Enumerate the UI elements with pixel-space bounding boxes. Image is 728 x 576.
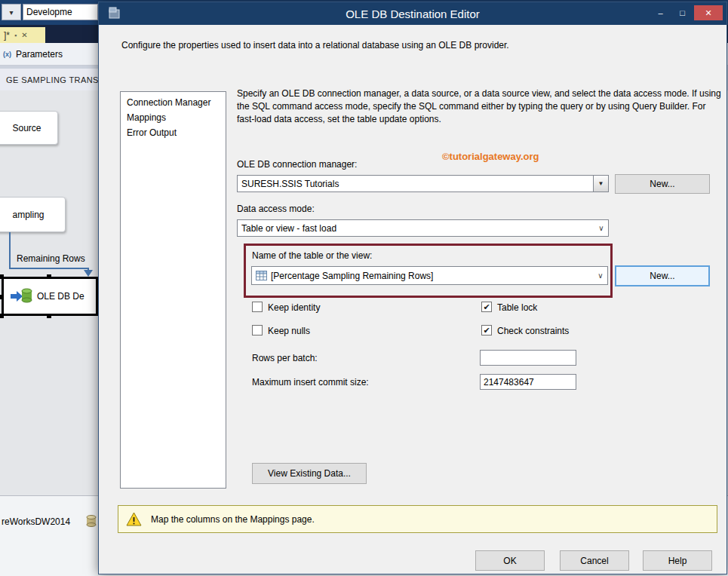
new-connection-button[interactable]: New... (615, 174, 710, 194)
view-existing-data-label: View Existing Data... (268, 468, 351, 479)
connection-manager-label: OLE DB connection manager: (237, 159, 357, 170)
table-name-label: Name of the table or the view: (252, 250, 372, 261)
minimize-icon: – (658, 8, 662, 17)
configuration-dropdown-value: Developme (26, 7, 72, 17)
data-access-mode-value: Table or view - fast load (238, 223, 594, 234)
panel-info-text: Specify an OLE DB connection manager, a … (237, 87, 722, 125)
flow-connector-horizontal (9, 268, 89, 269)
ole-db-destination-editor-dialog: OLE DB Destination Editor – □ ✕ Configur… (98, 2, 727, 574)
pages-nav-list: Connection Manager Mappings Error Output (120, 91, 226, 489)
rows-per-batch-input[interactable] (480, 350, 576, 366)
keep-nulls-label: Keep nulls (268, 326, 310, 336)
pin-icon[interactable]: ▪ (14, 32, 17, 39)
screen: ▾ Developme ]* ▪ ✕ (x) Parameters ▦ Ev G… (0, 0, 728, 576)
max-insert-commit-input[interactable] (480, 374, 576, 390)
warning-icon (126, 512, 142, 526)
parameters-icon: (x) (3, 51, 11, 58)
connection-manager-value: SURESH.SSIS Tutorials (238, 179, 593, 189)
chevron-down-icon[interactable]: ∨ (594, 271, 607, 280)
table-lock-label: Table lock (497, 302, 537, 313)
help-button-label: Help (668, 556, 687, 566)
selection-handle[interactable] (0, 274, 4, 279)
new-table-button-label: New... (650, 271, 674, 281)
minimize-button[interactable]: – (650, 5, 671, 20)
selection-handle[interactable] (47, 314, 51, 318)
nav-item-mappings[interactable]: Mappings (121, 110, 226, 125)
designer-tab-label: GE SAMPLING TRANSFO (6, 75, 111, 84)
node-ole-db-destination[interactable]: OLE DB De (2, 277, 98, 316)
document-tab-label: ]* (4, 30, 10, 41)
warning-bar: Map the columns on the Mappings page. (118, 505, 717, 533)
node-destination-label: OLE DB De (37, 291, 84, 302)
selection-handle[interactable] (0, 314, 4, 318)
node-source-label: Source (0, 123, 41, 133)
keep-identity-label: Keep identity (268, 302, 320, 313)
dropdown-arrow-icon[interactable]: ▼ (593, 176, 608, 191)
configuration-dropdown[interactable]: Developme (23, 4, 98, 20)
data-access-mode-combobox[interactable]: Table or view - fast load ∨ (237, 219, 609, 237)
dialog-title: OLE DB Destination Editor (99, 8, 726, 20)
rows-per-batch-label: Rows per batch: (252, 353, 318, 363)
dialog-description: Configure the properties used to insert … (121, 40, 710, 51)
table-grid-icon (252, 271, 267, 280)
ole-db-destination-icon (10, 287, 32, 305)
flow-connector-vertical (9, 232, 11, 268)
toolbar-caret-button[interactable]: ▾ (2, 4, 21, 20)
check-constraints-label: Check constraints (497, 326, 569, 336)
node-source[interactable]: Source (0, 111, 58, 145)
keep-nulls-checkbox[interactable] (252, 325, 263, 335)
table-lock-checkbox[interactable]: ✔ (481, 302, 492, 312)
max-insert-commit-label: Maximum insert commit size: (252, 377, 369, 388)
selection-handle[interactable] (0, 295, 4, 299)
close-tab-icon[interactable]: ✕ (21, 31, 27, 39)
dialog-titlebar[interactable]: OLE DB Destination Editor – □ ✕ (99, 2, 726, 25)
warning-text: Map the columns on the Mappings page. (151, 514, 315, 525)
caret-down-icon: ▾ (9, 8, 13, 17)
toolbar-item-parameters[interactable]: Parameters (16, 49, 63, 60)
nav-item-connection-manager[interactable]: Connection Manager (121, 95, 226, 110)
check-constraints-checkbox[interactable]: ✔ (481, 325, 492, 335)
node-sampling-label: ampling (0, 210, 45, 220)
new-connection-button-label: New... (650, 179, 674, 189)
ok-button[interactable]: OK (475, 550, 545, 571)
maximize-icon: □ (680, 8, 685, 17)
window-controls: – □ ✕ (650, 5, 723, 20)
database-icon (85, 514, 97, 530)
node-sampling[interactable]: ampling (0, 197, 66, 232)
close-icon: ✕ (705, 8, 711, 18)
maximize-button[interactable]: □ (672, 5, 693, 20)
keep-identity-checkbox[interactable] (252, 302, 263, 312)
help-button[interactable]: Help (643, 550, 712, 571)
table-name-value: [Percentage Sampling Remaining Rows] (267, 271, 594, 281)
connection-manager-combobox[interactable]: SURESH.SSIS Tutorials ▼ (237, 175, 609, 192)
chevron-down-icon[interactable]: ∨ (594, 224, 608, 232)
new-table-button[interactable]: New... (615, 265, 710, 286)
watermark-text: ©tutorialgateway.org (442, 151, 539, 162)
cancel-button[interactable]: Cancel (560, 550, 629, 571)
close-button[interactable]: ✕ (694, 5, 723, 20)
flow-arrowhead-icon (84, 270, 93, 277)
table-name-combobox[interactable]: [Percentage Sampling Remaining Rows] ∨ (251, 266, 608, 285)
nav-item-error-output[interactable]: Error Output (121, 125, 226, 140)
selection-handle[interactable] (47, 274, 51, 279)
tray-connection-label[interactable]: reWorksDW2014 (2, 516, 70, 527)
flow-label: Remaining Rows (17, 253, 85, 264)
data-access-mode-label: Data access mode: (237, 204, 315, 214)
document-tab[interactable]: ]* ▪ ✕ (0, 27, 45, 43)
cancel-button-label: Cancel (580, 556, 608, 566)
view-existing-data-button[interactable]: View Existing Data... (252, 463, 367, 484)
ok-button-label: OK (503, 556, 516, 566)
